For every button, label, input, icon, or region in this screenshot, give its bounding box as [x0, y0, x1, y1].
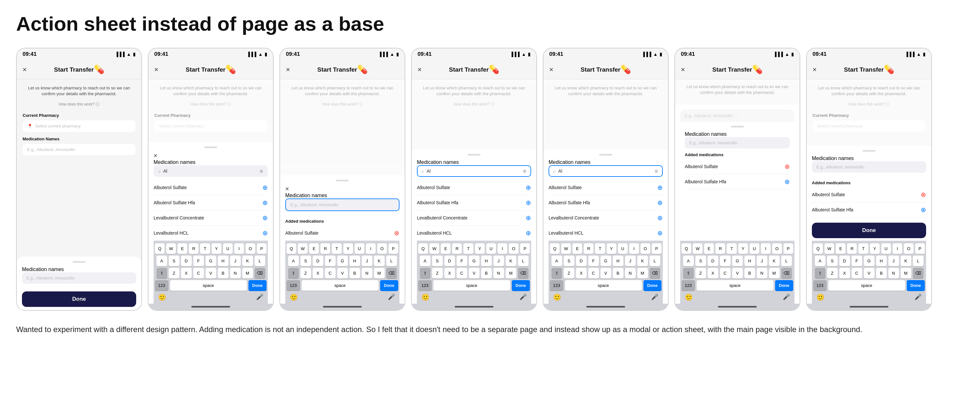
key-e-2[interactable]: E — [178, 243, 187, 254]
key-v-2[interactable]: V — [205, 268, 216, 279]
keyboard-7: QWERTYUIOP ASDFGHJKL ⇧ZXCVBNM⌫ 123 space… — [812, 241, 926, 304]
key-i-2[interactable]: I — [234, 243, 244, 254]
remove-albuterol-7[interactable]: ⊗ — [921, 191, 926, 199]
search-box-2[interactable]: ⌕ Al ⊗ — [154, 165, 268, 177]
key-123-2[interactable]: 123 — [155, 280, 169, 291]
clear-icon-2[interactable]: ⊗ — [259, 169, 263, 174]
remove-icon-3[interactable]: ⊗ — [394, 229, 399, 237]
med-albuterol-5[interactable]: Albuterol Sulfate ⊕ — [549, 180, 663, 195]
pill-icon-3: 💊 — [357, 65, 368, 75]
phone-content-3: Let us know which pharmacy to reach out … — [280, 80, 405, 175]
key-n-2[interactable]: N — [230, 268, 241, 279]
added-albuterol-hfa-6[interactable]: Albuterol Sulfate Hfa ⊕ — [685, 174, 790, 190]
key-f-2[interactable]: F — [193, 256, 204, 266]
signal-icon-2: ▐▐▐ — [247, 52, 256, 57]
key-r-2[interactable]: R — [189, 243, 199, 254]
keyboard-5: QWERTYUIOP ASDFGHJKL ⇧ZXCVBNM⌫ 123 space… — [549, 241, 663, 304]
home-indicator-5 — [543, 304, 668, 310]
key-w-2[interactable]: W — [166, 243, 176, 254]
med-item-albuterol-sulfate-4[interactable]: Albuterol Sulfate ⊕ — [417, 180, 531, 195]
key-g-2[interactable]: G — [205, 256, 216, 266]
medication-names-field-1[interactable]: E.g., Albuterol, Amoxicillin — [22, 144, 135, 155]
close-button-6[interactable]: × — [681, 65, 685, 74]
sheet-close-3[interactable]: × — [285, 185, 399, 193]
sheet-close-1[interactable]: × — [17, 292, 142, 310]
med-item-levalbuterol-conc-4[interactable]: Levalbuterol Concentrate ⊕ — [417, 210, 531, 226]
key-a-2[interactable]: A — [156, 256, 167, 266]
key-p-2[interactable]: P — [257, 243, 267, 254]
key-y-2[interactable]: Y — [212, 243, 221, 254]
add-icon-2b[interactable]: ⊕ — [262, 199, 268, 207]
emoji-icon-2[interactable]: 🙂 — [158, 293, 166, 301]
mic-icon-2[interactable]: 🎤 — [256, 293, 263, 301]
action-sheet-4: Medication names ⌕ Al ⊗ Albuterol Sulfat… — [412, 150, 536, 304]
battery-icon-4: ▮ — [528, 52, 530, 57]
battery-icon: ▮ — [133, 52, 135, 57]
key-k-2[interactable]: K — [242, 256, 253, 266]
remove-albuterol-6[interactable]: ⊗ — [784, 162, 790, 170]
key-d-2[interactable]: D — [181, 256, 192, 266]
key-shift-2[interactable]: ⇧ — [156, 268, 167, 279]
key-m-2[interactable]: M — [242, 268, 253, 279]
search-box-5[interactable]: ⌕ Al ⊗ — [549, 165, 663, 177]
key-x-2[interactable]: X — [181, 268, 192, 279]
sheet-input-1[interactable]: E.g., Albuterol, Amoxicillin — [22, 272, 136, 284]
page-header-title-3: Start Transfer — [317, 66, 357, 73]
done-button-7[interactable]: Done — [812, 223, 926, 238]
key-z-2[interactable]: Z — [169, 268, 180, 279]
add-albuterol-hfa-7[interactable]: ⊕ — [921, 206, 926, 213]
med-item-albuterol-hfa-2[interactable]: Albuterol Sulfate Hfa ⊕ — [154, 195, 268, 210]
added-albuterol-7[interactable]: Albuterol Sulfate ⊗ — [812, 187, 926, 202]
med-item-levalbuterol-conc-2[interactable]: Levalbuterol Concentrate ⊕ — [154, 210, 268, 226]
status-icons-2: ▐▐▐ ▲ ▮ — [247, 52, 267, 57]
key-space-2[interactable]: space — [170, 280, 247, 291]
added-albuterol-sulfate-3[interactable]: Albuterol Sulfate ⊗ — [285, 226, 399, 241]
key-done-2[interactable]: Done — [248, 280, 267, 291]
close-button-3[interactable]: × — [286, 65, 290, 74]
added-section-3: Added medications — [285, 219, 399, 224]
key-h-2[interactable]: H — [218, 256, 229, 266]
close-button-7[interactable]: × — [813, 65, 817, 74]
battery-icon-6: ▮ — [791, 52, 794, 57]
how-link-1[interactable]: How does this work? ⓘ — [22, 102, 135, 107]
med-item-levalbuterol-hcl-2[interactable]: Levalbuterol HCL ⊕ — [154, 226, 268, 241]
add-albuterol-hfa-6[interactable]: ⊕ — [784, 178, 790, 186]
current-pharmacy-field-1[interactable]: 📍 Select current pharmacy — [22, 120, 135, 132]
key-o-2[interactable]: O — [245, 243, 255, 254]
added-albuterol-6[interactable]: Albuterol Sulfate ⊗ — [685, 159, 790, 174]
phone-content-6: Let us know which pharmacy to reach out … — [675, 80, 800, 105]
med-levalbuterol-hcl-5[interactable]: Levalbuterol HCL ⊕ — [549, 226, 663, 241]
sheet-input-7[interactable]: E.g., Albuterol, Amoxicillin — [812, 161, 926, 173]
key-c-2[interactable]: C — [193, 268, 204, 279]
added-albuterol-hfa-7[interactable]: Albuterol Sulfate Hfa ⊕ — [812, 202, 926, 218]
key-s-2[interactable]: S — [169, 256, 180, 266]
sheet-peek-1: × Medication names E.g., Albuterol, Amox… — [17, 256, 142, 310]
med-item-levalbuterol-hcl-4[interactable]: Levalbuterol HCL ⊕ — [417, 226, 531, 241]
close-button-2[interactable]: × — [154, 65, 158, 74]
home-indicator-7 — [807, 304, 931, 310]
key-b-2[interactable]: B — [218, 268, 229, 279]
med-levalbuterol-conc-5[interactable]: Levalbuterol Concentrate ⊕ — [549, 210, 663, 226]
med-item-albuterol-sulfate-2[interactable]: Albuterol Sulfate ⊕ — [154, 180, 268, 195]
search-box-4[interactable]: ⌕ Al ⊗ — [417, 165, 531, 177]
key-j-2[interactable]: J — [230, 256, 241, 266]
add-icon-2d[interactable]: ⊕ — [262, 229, 268, 237]
search-value-2: Al — [163, 169, 167, 174]
close-button-5[interactable]: × — [549, 65, 554, 74]
key-q-2[interactable]: Q — [155, 243, 165, 254]
sheet-close-2[interactable]: × — [154, 152, 268, 159]
key-u-2[interactable]: U — [223, 243, 233, 254]
sheet-input-6[interactable]: E.g., Albuterol, Amoxicillin — [685, 137, 790, 148]
close-button-1[interactable]: × — [22, 65, 27, 74]
med-albuterol-hfa-5[interactable]: Albuterol Sulfate Hfa ⊕ — [549, 195, 663, 210]
key-t-2[interactable]: T — [200, 243, 210, 254]
key-del-2[interactable]: ⌫ — [255, 268, 265, 279]
keyboard-4: QWERTYUIOP ASDFGHJKL ⇧ZXCVBNM⌫ 123 space… — [417, 241, 531, 304]
add-icon-2c[interactable]: ⊕ — [262, 214, 268, 222]
phone-screen-6: 09:41 ▐▐▐ ▲ ▮ × Start Transfer 💊 Let us … — [675, 48, 800, 311]
close-button-4[interactable]: × — [418, 65, 422, 74]
add-icon-2a[interactable]: ⊕ — [262, 184, 268, 191]
key-l-2[interactable]: L — [255, 256, 265, 266]
sheet-input-3[interactable]: E.g., Albuterol, Amoxicillin — [285, 199, 399, 211]
med-item-albuterol-hfa-4[interactable]: Albuterol Sulfate Hfa ⊕ — [417, 195, 531, 210]
